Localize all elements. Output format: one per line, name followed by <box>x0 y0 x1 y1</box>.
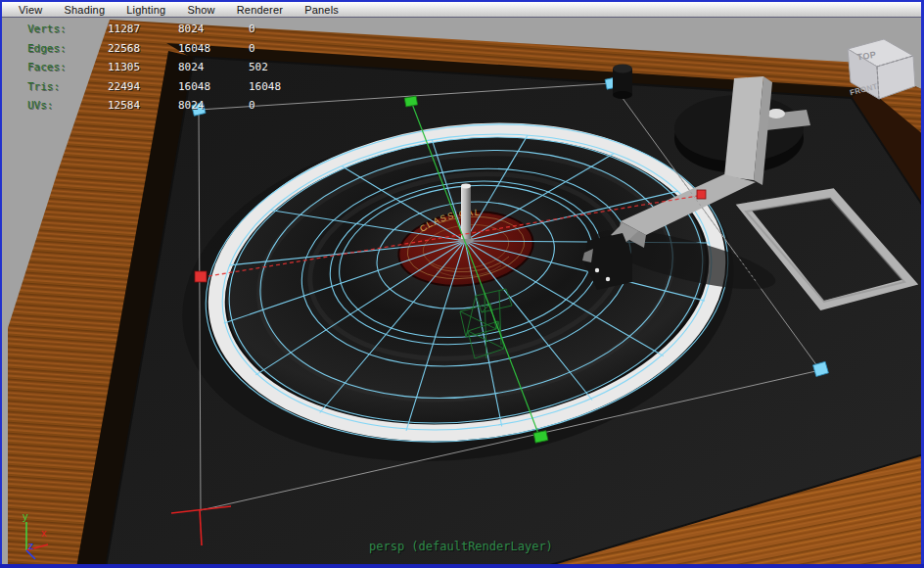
panel-menu-bar: View Shading Lighting Show Renderer Pane… <box>2 2 922 18</box>
menu-renderer[interactable]: Renderer <box>226 4 294 16</box>
axis-x-label: x <box>41 527 47 539</box>
hud-value: 8024 <box>178 24 205 35</box>
hud-label: Edges: <box>27 43 67 55</box>
hud-value: 11305 <box>108 62 140 73</box>
hud-label: Faces: <box>27 62 67 73</box>
window-border-left <box>0 0 2 568</box>
hud-value: 8024 <box>178 62 205 73</box>
mid-handle-bottom-green[interactable] <box>533 431 548 443</box>
maya-viewport-window: CLASSICAL <box>0 0 924 568</box>
mid-handle-top-green[interactable] <box>404 96 417 107</box>
menu-show[interactable]: Show <box>176 4 225 16</box>
cartridge-screw <box>595 268 599 272</box>
cartridge-screw <box>606 277 610 281</box>
deck-post-cylinder[interactable] <box>613 65 632 100</box>
hud-value: 16048 <box>178 81 210 93</box>
mid-handle-left-red[interactable] <box>195 271 207 282</box>
menu-shading[interactable]: Shading <box>53 4 116 16</box>
hud-value: 22568 <box>108 43 140 55</box>
hud-value: 11287 <box>108 24 140 35</box>
camera-label: persp (defaultRenderLayer) <box>369 540 553 553</box>
axis-y-label: y <box>23 510 28 522</box>
axis-z-label: z <box>28 540 34 551</box>
menu-lighting[interactable]: Lighting <box>116 4 176 16</box>
window-border-top <box>0 0 924 2</box>
hud-value: 16048 <box>178 43 210 55</box>
hud-label: UVs: <box>27 100 54 112</box>
window-border-bottom <box>0 564 924 568</box>
hud-label: Verts: <box>27 24 67 35</box>
tonearm-base-knob <box>767 109 785 118</box>
hud-value: 12584 <box>108 100 140 112</box>
hud-value: 0 <box>249 43 255 55</box>
menu-panels[interactable]: Panels <box>294 4 349 16</box>
hud-value: 502 <box>249 62 268 73</box>
menu-view[interactable]: View <box>2 4 53 16</box>
mid-handle-right-red[interactable] <box>697 190 706 199</box>
hud-value: 0 <box>249 100 255 112</box>
hud-value: 8024 <box>178 100 205 112</box>
hud-value: 16048 <box>249 81 281 93</box>
hud-label: Tris: <box>27 81 60 93</box>
hud-value: 0 <box>249 24 255 35</box>
hud-value: 22494 <box>108 81 140 93</box>
